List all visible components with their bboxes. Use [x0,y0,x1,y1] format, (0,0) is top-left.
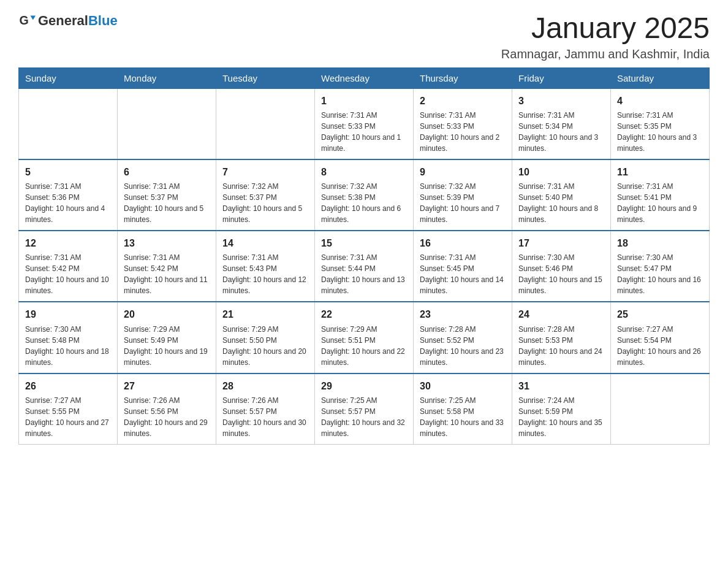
calendar-cell: 23Sunrise: 7:28 AM Sunset: 5:52 PM Dayli… [414,302,512,373]
day-number: 8 [321,165,407,179]
day-info: Sunrise: 7:30 AM Sunset: 5:46 PM Dayligh… [518,252,604,296]
day-info: Sunrise: 7:26 AM Sunset: 5:57 PM Dayligh… [222,395,308,439]
logo-text-general: General [38,13,88,28]
day-info: Sunrise: 7:27 AM Sunset: 5:55 PM Dayligh… [25,395,111,439]
calendar-cell: 20Sunrise: 7:29 AM Sunset: 5:49 PM Dayli… [118,302,216,373]
calendar-cell: 10Sunrise: 7:31 AM Sunset: 5:40 PM Dayli… [512,159,611,231]
calendar-cell [19,88,118,159]
calendar-week-row: 26Sunrise: 7:27 AM Sunset: 5:55 PM Dayli… [19,373,710,445]
day-number: 28 [222,379,308,393]
calendar-week-row: 5Sunrise: 7:31 AM Sunset: 5:36 PM Daylig… [19,159,710,231]
day-number: 13 [124,236,210,250]
calendar-cell: 3Sunrise: 7:31 AM Sunset: 5:34 PM Daylig… [512,88,611,159]
day-number: 14 [222,236,308,250]
calendar-cell: 7Sunrise: 7:32 AM Sunset: 5:37 PM Daylig… [216,159,315,231]
calendar-cell [216,88,315,159]
day-info: Sunrise: 7:31 AM Sunset: 5:42 PM Dayligh… [124,252,210,296]
calendar-table: SundayMondayTuesdayWednesdayThursdayFrid… [18,67,710,445]
day-info: Sunrise: 7:31 AM Sunset: 5:37 PM Dayligh… [124,181,210,225]
calendar-cell: 22Sunrise: 7:29 AM Sunset: 5:51 PM Dayli… [315,302,414,373]
weekday-header-friday: Friday [512,67,611,88]
day-info: Sunrise: 7:32 AM Sunset: 5:38 PM Dayligh… [321,181,407,225]
location: Ramnagar, Jammu and Kashmir, India [501,47,710,61]
day-info: Sunrise: 7:29 AM Sunset: 5:51 PM Dayligh… [321,324,407,368]
calendar-cell: 16Sunrise: 7:31 AM Sunset: 5:45 PM Dayli… [414,231,512,302]
calendar-week-row: 1Sunrise: 7:31 AM Sunset: 5:33 PM Daylig… [19,88,710,159]
day-info: Sunrise: 7:31 AM Sunset: 5:34 PM Dayligh… [518,110,604,154]
day-number: 9 [420,165,506,179]
weekday-header-wednesday: Wednesday [315,67,414,88]
month-title: January 2025 [501,12,710,45]
day-number: 21 [222,307,308,321]
day-number: 1 [321,94,407,108]
weekday-header-saturday: Saturday [611,67,710,88]
day-info: Sunrise: 7:31 AM Sunset: 5:40 PM Dayligh… [518,181,604,225]
calendar-week-row: 12Sunrise: 7:31 AM Sunset: 5:42 PM Dayli… [19,231,710,302]
svg-marker-1 [31,16,36,20]
day-info: Sunrise: 7:31 AM Sunset: 5:43 PM Dayligh… [222,252,308,296]
day-info: Sunrise: 7:25 AM Sunset: 5:57 PM Dayligh… [321,395,407,439]
day-number: 6 [124,165,210,179]
day-info: Sunrise: 7:29 AM Sunset: 5:50 PM Dayligh… [222,324,308,368]
day-number: 29 [321,379,407,393]
day-info: Sunrise: 7:32 AM Sunset: 5:37 PM Dayligh… [222,181,308,225]
day-number: 25 [617,307,703,321]
calendar-cell: 6Sunrise: 7:31 AM Sunset: 5:37 PM Daylig… [118,159,216,231]
calendar-cell: 12Sunrise: 7:31 AM Sunset: 5:42 PM Dayli… [19,231,118,302]
logo-text-blue: Blue [88,13,118,28]
day-number: 7 [222,165,308,179]
day-number: 22 [321,307,407,321]
day-number: 20 [124,307,210,321]
logo: G GeneralBlue [18,12,118,29]
day-info: Sunrise: 7:27 AM Sunset: 5:54 PM Dayligh… [617,324,703,368]
day-info: Sunrise: 7:31 AM Sunset: 5:45 PM Dayligh… [420,252,506,296]
weekday-header-tuesday: Tuesday [216,67,315,88]
day-info: Sunrise: 7:31 AM Sunset: 5:35 PM Dayligh… [617,110,703,154]
day-info: Sunrise: 7:30 AM Sunset: 5:47 PM Dayligh… [617,252,703,296]
day-info: Sunrise: 7:31 AM Sunset: 5:36 PM Dayligh… [25,181,111,225]
day-number: 18 [617,236,703,250]
calendar-cell: 25Sunrise: 7:27 AM Sunset: 5:54 PM Dayli… [611,302,710,373]
calendar-cell [118,88,216,159]
page-header: G GeneralBlue January 2025 Ramnagar, Jam… [18,12,710,61]
day-info: Sunrise: 7:24 AM Sunset: 5:59 PM Dayligh… [518,395,604,439]
weekday-header-thursday: Thursday [414,67,512,88]
calendar-cell: 28Sunrise: 7:26 AM Sunset: 5:57 PM Dayli… [216,373,315,445]
day-number: 12 [25,236,111,250]
day-number: 16 [420,236,506,250]
calendar-cell: 11Sunrise: 7:31 AM Sunset: 5:41 PM Dayli… [611,159,710,231]
calendar-cell: 18Sunrise: 7:30 AM Sunset: 5:47 PM Dayli… [611,231,710,302]
calendar-cell: 9Sunrise: 7:32 AM Sunset: 5:39 PM Daylig… [414,159,512,231]
day-number: 19 [25,307,111,321]
calendar-cell: 8Sunrise: 7:32 AM Sunset: 5:38 PM Daylig… [315,159,414,231]
day-info: Sunrise: 7:29 AM Sunset: 5:49 PM Dayligh… [124,324,210,368]
calendar-cell: 4Sunrise: 7:31 AM Sunset: 5:35 PM Daylig… [611,88,710,159]
calendar-cell: 19Sunrise: 7:30 AM Sunset: 5:48 PM Dayli… [19,302,118,373]
day-info: Sunrise: 7:31 AM Sunset: 5:44 PM Dayligh… [321,252,407,296]
calendar-cell: 15Sunrise: 7:31 AM Sunset: 5:44 PM Dayli… [315,231,414,302]
day-number: 30 [420,379,506,393]
weekday-header-row: SundayMondayTuesdayWednesdayThursdayFrid… [19,67,710,88]
svg-text:G: G [19,13,28,27]
calendar-cell: 26Sunrise: 7:27 AM Sunset: 5:55 PM Dayli… [19,373,118,445]
day-number: 26 [25,379,111,393]
day-info: Sunrise: 7:31 AM Sunset: 5:33 PM Dayligh… [420,110,506,154]
day-number: 31 [518,379,604,393]
day-info: Sunrise: 7:31 AM Sunset: 5:42 PM Dayligh… [25,252,111,296]
day-info: Sunrise: 7:28 AM Sunset: 5:53 PM Dayligh… [518,324,604,368]
day-info: Sunrise: 7:31 AM Sunset: 5:33 PM Dayligh… [321,110,407,154]
calendar-cell: 27Sunrise: 7:26 AM Sunset: 5:56 PM Dayli… [118,373,216,445]
day-info: Sunrise: 7:28 AM Sunset: 5:52 PM Dayligh… [420,324,506,368]
calendar-cell: 17Sunrise: 7:30 AM Sunset: 5:46 PM Dayli… [512,231,611,302]
calendar-cell: 1Sunrise: 7:31 AM Sunset: 5:33 PM Daylig… [315,88,414,159]
day-number: 17 [518,236,604,250]
day-number: 4 [617,94,703,108]
day-info: Sunrise: 7:25 AM Sunset: 5:58 PM Dayligh… [420,395,506,439]
day-info: Sunrise: 7:26 AM Sunset: 5:56 PM Dayligh… [124,395,210,439]
calendar-cell [611,373,710,445]
calendar-cell: 21Sunrise: 7:29 AM Sunset: 5:50 PM Dayli… [216,302,315,373]
calendar-cell: 31Sunrise: 7:24 AM Sunset: 5:59 PM Dayli… [512,373,611,445]
calendar-cell: 29Sunrise: 7:25 AM Sunset: 5:57 PM Dayli… [315,373,414,445]
calendar-cell: 30Sunrise: 7:25 AM Sunset: 5:58 PM Dayli… [414,373,512,445]
day-number: 5 [25,165,111,179]
